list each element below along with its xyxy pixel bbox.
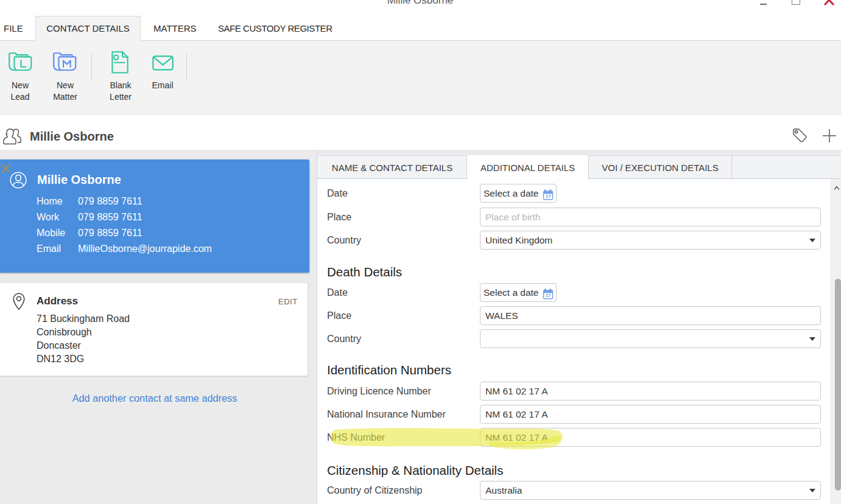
svg-text:17: 17 <box>546 293 551 298</box>
svg-text:17: 17 <box>546 194 551 199</box>
